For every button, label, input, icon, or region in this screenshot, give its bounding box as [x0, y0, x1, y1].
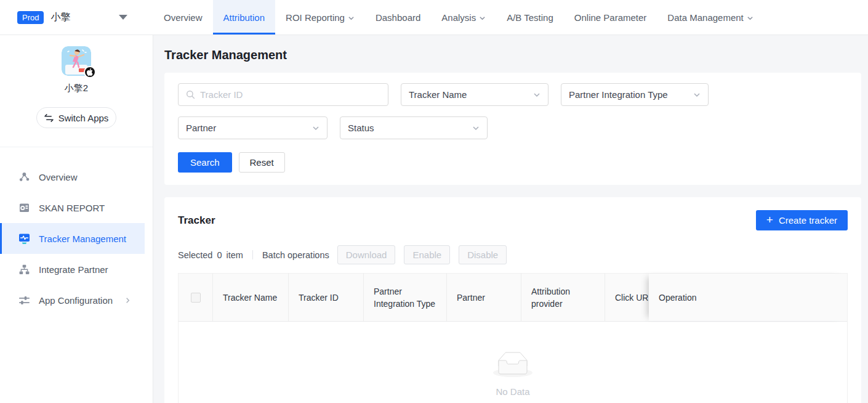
chevron-right-icon — [124, 297, 131, 304]
main-content: Tracker Management Tracker Name Partner … — [153, 35, 868, 403]
selected-count: 0 — [217, 250, 222, 260]
tracker-table: Tracker Name Tracker ID Partner Integrat… — [178, 273, 848, 403]
empty-box-icon — [493, 352, 532, 377]
nodes-icon — [18, 171, 30, 183]
chevron-down-icon — [348, 15, 355, 22]
main-nav: Overview Attribution ROI Reporting Dashb… — [153, 0, 764, 35]
enable-button[interactable]: Enable — [404, 245, 450, 264]
app-avatar — [62, 46, 91, 76]
header-cell-attribution-provider: Attribution provider — [521, 274, 605, 321]
skan-report-icon — [18, 202, 30, 214]
table-header-row: Tracker Name Tracker ID Partner Integrat… — [179, 274, 847, 322]
header-cell-operation: Operation — [649, 274, 847, 321]
select-value: Status — [348, 123, 374, 133]
chevron-down-icon — [479, 15, 486, 22]
sliders-icon — [18, 295, 30, 306]
app-switcher[interactable]: Prod 小擎 — [0, 0, 153, 35]
header-cell-tracker-id: Tracker ID — [289, 274, 364, 321]
sidebar-item-label: Tracker Management — [39, 234, 126, 244]
filter-panel: Tracker Name Partner Integration Type Pa… — [164, 73, 861, 185]
current-app-name: 小擎 — [50, 11, 70, 24]
header-cell-tracker-name: Tracker Name — [213, 274, 289, 321]
switch-apps-label: Switch Apps — [58, 113, 109, 123]
nav-label: Attribution — [223, 12, 265, 23]
table-empty-state: No Data — [179, 322, 847, 403]
nav-roi-reporting[interactable]: ROI Reporting — [275, 0, 365, 35]
nav-ab-testing[interactable]: A/B Testing — [496, 0, 564, 35]
sidebar-app-name: 小擎2 — [0, 83, 153, 94]
partner-integration-type-select[interactable]: Partner Integration Type — [561, 83, 709, 106]
apple-platform-icon — [84, 66, 96, 78]
nav-online-parameter[interactable]: Online Parameter — [564, 0, 657, 35]
select-value: Partner — [186, 123, 216, 133]
header-cell-partner: Partner — [447, 274, 521, 321]
selected-label: Selected — [178, 250, 212, 260]
select-value: Tracker Name — [409, 89, 467, 100]
status-select[interactable]: Status — [340, 116, 488, 139]
header-cell-partner-integration-type: Partner Integration Type — [364, 274, 447, 321]
env-badge: Prod — [17, 11, 44, 24]
tracker-id-search[interactable] — [178, 83, 388, 106]
search-icon — [186, 90, 195, 99]
no-data-label: No Data — [179, 386, 847, 397]
divider — [252, 250, 253, 259]
select-value: Partner Integration Type — [569, 89, 668, 100]
nav-label: Overview — [164, 12, 203, 23]
caret-down-icon[interactable] — [119, 15, 127, 20]
sidebar-item-label: Overview — [39, 172, 78, 182]
nav-data-management[interactable]: Data Management — [657, 0, 763, 35]
tracker-chart-icon — [18, 233, 30, 245]
sidebar: 小擎2 Switch Apps Overview SKAN REPORT Tra… — [0, 35, 153, 403]
org-chart-icon — [18, 264, 30, 275]
header-cell-click-url: Click URL — [605, 274, 649, 321]
chevron-down-icon — [747, 15, 753, 22]
batch-operations-label: Batch operations — [262, 250, 329, 260]
nav-label: Dashboard — [376, 12, 420, 23]
batch-operations-row: Selected 0 item Batch operations Downloa… — [178, 245, 848, 264]
header-cell-checkbox — [179, 274, 213, 321]
reset-button[interactable]: Reset — [239, 152, 285, 173]
app-info-block: 小擎2 Switch Apps — [0, 35, 153, 128]
tracker-name-select[interactable]: Tracker Name — [401, 83, 549, 106]
tracker-panel: Tracker + Create tracker Selected 0 item… — [164, 197, 861, 403]
divider — [0, 147, 153, 147]
create-tracker-button[interactable]: + Create tracker — [756, 210, 848, 230]
create-tracker-label: Create tracker — [779, 215, 837, 226]
nav-analysis[interactable]: Analysis — [431, 0, 496, 35]
partner-select[interactable]: Partner — [178, 116, 328, 139]
nav-label: ROI Reporting — [286, 12, 345, 23]
sidebar-item-overview[interactable]: Overview — [0, 161, 145, 192]
chevron-down-icon — [312, 124, 319, 132]
download-button[interactable]: Download — [337, 245, 396, 264]
chevron-down-icon — [472, 124, 480, 132]
sidebar-item-label: App Configuration — [39, 295, 113, 306]
swap-arrows-icon — [44, 114, 54, 122]
nav-overview[interactable]: Overview — [153, 0, 213, 35]
select-all-checkbox[interactable] — [191, 293, 201, 303]
nav-label: Data Management — [667, 12, 743, 23]
nav-label: Online Parameter — [574, 12, 647, 23]
disable-button[interactable]: Disable — [459, 245, 507, 264]
sidebar-item-integrate-partner[interactable]: Integrate Partner — [0, 254, 145, 285]
sidebar-item-label: Integrate Partner — [39, 264, 108, 275]
nav-dashboard[interactable]: Dashboard — [365, 0, 431, 35]
tracker-section-title: Tracker — [178, 214, 215, 227]
nav-attribution[interactable]: Attribution — [213, 0, 276, 35]
plus-icon: + — [766, 214, 773, 226]
nav-label: Analysis — [441, 12, 476, 23]
tracker-id-input[interactable] — [200, 89, 380, 100]
search-button[interactable]: Search — [178, 152, 232, 173]
sidebar-item-label: SKAN REPORT — [39, 203, 105, 213]
sidebar-item-tracker-management[interactable]: Tracker Management — [0, 223, 145, 254]
chevron-down-icon — [533, 91, 540, 99]
sidebar-menu: Overview SKAN REPORT Tracker Management … — [0, 161, 153, 315]
sidebar-item-app-configuration[interactable]: App Configuration — [0, 285, 145, 315]
nav-label: A/B Testing — [507, 12, 553, 23]
top-navigation-bar: Prod 小擎 Overview Attribution ROI Reporti… — [0, 0, 868, 35]
chevron-down-icon — [693, 91, 701, 99]
page-title: Tracker Management — [164, 48, 861, 62]
sidebar-item-skan-report[interactable]: SKAN REPORT — [0, 192, 145, 223]
item-label: item — [227, 250, 243, 260]
switch-apps-button[interactable]: Switch Apps — [36, 107, 116, 128]
